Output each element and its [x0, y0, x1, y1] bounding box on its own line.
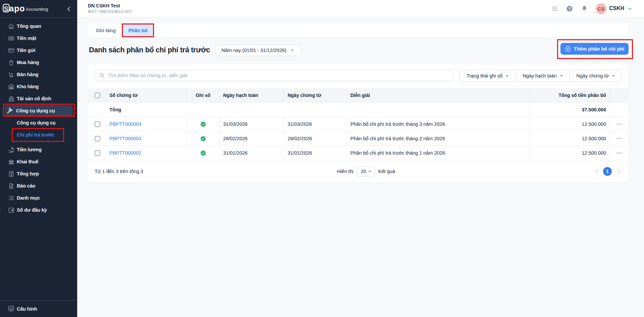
svg-text:S: S [4, 5, 8, 12]
svg-text:$: $ [10, 173, 12, 176]
svg-text:Accounting: Accounting [26, 7, 48, 12]
svg-text:apo: apo [9, 4, 25, 13]
svg-text:?: ? [568, 7, 571, 11]
